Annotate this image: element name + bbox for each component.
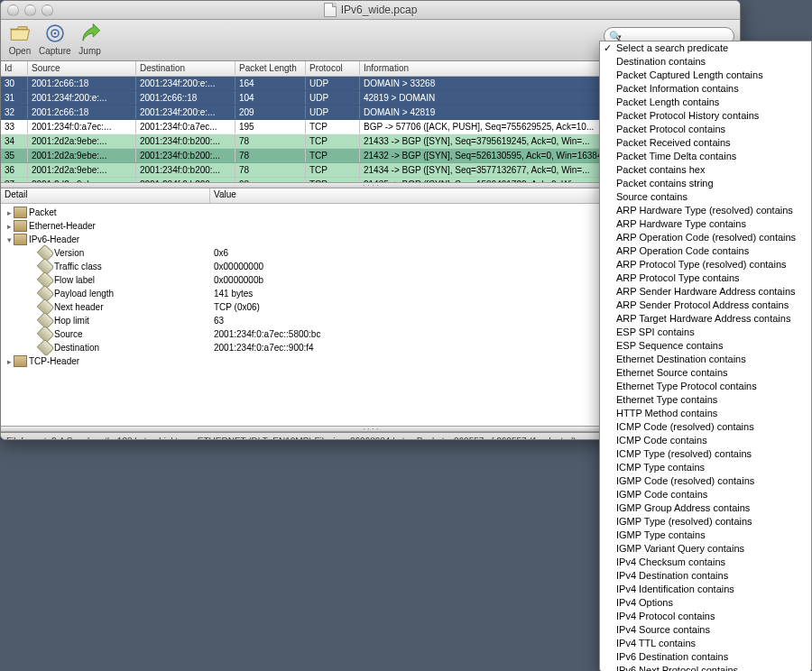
traffic-lights [7, 5, 53, 16]
open-button[interactable]: Open [6, 21, 33, 56]
predicate-item[interactable]: ESP Sequence contains [600, 339, 811, 353]
predicate-item[interactable]: IPv6 Destination contains [600, 650, 811, 664]
predicate-item[interactable]: ICMP Type (resolved) contains [600, 447, 811, 461]
predicate-item[interactable]: IPv6 Next Protocol contains [600, 664, 811, 671]
cell: 36 [1, 163, 28, 177]
predicate-item[interactable]: Ethernet Type contains [600, 393, 811, 407]
cell: 78 [235, 149, 306, 162]
cell: 2001:2c66::18 [28, 106, 136, 119]
predicate-item-selected[interactable]: Select a search predicate [600, 41, 811, 55]
cell: UDP [306, 77, 360, 90]
predicate-item[interactable]: Ethernet Source contains [600, 366, 811, 380]
tree-label: Traffic class [54, 262, 102, 271]
predicate-item[interactable]: Packet Protocol contains [600, 123, 811, 136]
predicate-item[interactable]: IPv4 Options [600, 596, 811, 610]
tree-label: Packet [29, 207, 57, 217]
disclosure-arrow-icon[interactable]: ▾ [5, 235, 14, 244]
disclosure-arrow-icon[interactable]: ▸ [5, 222, 14, 231]
capture-button[interactable]: Capture [39, 21, 71, 56]
cell: 2001:234f:0:a7ec... [136, 120, 235, 133]
predicate-item[interactable]: IGMP Code (resolved) contains [600, 474, 811, 488]
predicate-item[interactable]: HTTP Method contains [600, 407, 811, 420]
tree-value: 2001:234f:0:a7ec::5800:bc [214, 329, 320, 339]
col-destination[interactable]: Destination [136, 61, 235, 75]
predicate-item[interactable]: Source contains [600, 190, 811, 204]
predicate-item[interactable]: IGMP Type (resolved) contains [600, 515, 811, 529]
predicate-item[interactable]: ESP SPI contains [600, 326, 811, 339]
predicate-item[interactable]: ARP Hardware Type (resolved) contains [600, 204, 811, 217]
predicate-item[interactable]: Packet Protocol History contains [600, 109, 811, 123]
predicate-item[interactable]: ARP Target Hardware Address contains [600, 312, 811, 326]
predicate-item[interactable]: Packet Captured Length contains [600, 69, 811, 82]
predicate-item[interactable]: ARP Sender Hardware Address contains [600, 285, 811, 299]
jump-button[interactable]: Jump [77, 21, 104, 56]
cell: TCP [306, 163, 360, 177]
predicate-item[interactable]: IGMP Variant Query contains [600, 542, 811, 556]
package-icon [14, 234, 27, 245]
col-source[interactable]: Source [28, 61, 136, 75]
predicate-item[interactable]: IPv4 Protocol contains [600, 610, 811, 623]
status-text: Fileformat: 2.4 Snaplength: 128 bytes Li… [6, 437, 577, 441]
cell: 78 [235, 163, 306, 177]
predicate-item[interactable]: Ethernet Destination contains [600, 353, 811, 366]
close-window-button[interactable] [7, 5, 19, 16]
tree-value: 0x00000000 [214, 262, 263, 271]
predicate-item[interactable]: ICMP Code contains [600, 434, 811, 447]
predicate-item[interactable]: IPv4 Identification contains [600, 583, 811, 596]
predicate-item[interactable]: Packet contains hex [600, 163, 811, 177]
minimize-window-button[interactable] [24, 5, 36, 16]
tree-label: Payload length [54, 289, 114, 299]
cell: 2001:2d2a:9ebe:... [28, 134, 136, 148]
cell: 34 [1, 134, 28, 148]
predicate-item[interactable]: Packet Length contains [600, 96, 811, 109]
predicate-item[interactable]: ARP Protocol Type (resolved) contains [600, 258, 811, 271]
predicate-item[interactable]: IPv4 TTL contains [600, 637, 811, 650]
predicate-item[interactable]: Packet Information contains [600, 82, 811, 96]
predicate-item[interactable]: IPv4 Checksum contains [600, 556, 811, 569]
cell: 31 [1, 91, 28, 105]
zoom-window-button[interactable] [42, 5, 53, 16]
predicate-item[interactable]: ARP Sender Protocol Address contains [600, 299, 811, 312]
predicate-item[interactable]: ARP Hardware Type contains [600, 217, 811, 231]
predicate-item[interactable]: IGMP Code contains [600, 488, 811, 501]
predicate-item[interactable]: ARP Operation Code contains [600, 244, 811, 258]
cell: TCP [306, 120, 360, 133]
cell: 2001:234f:0:a7ec:... [28, 120, 136, 133]
predicate-item[interactable]: ICMP Code (resolved) contains [600, 420, 811, 434]
cell: 2001:234f:200:e:... [136, 77, 235, 90]
col-protocol[interactable]: Protocol [306, 61, 360, 75]
cell: 32 [1, 106, 28, 119]
tree-label: Hop limit [54, 316, 89, 326]
tree-value: 141 bytes [214, 289, 253, 299]
cell: 209 [235, 106, 306, 119]
disclosure-arrow-icon[interactable]: ▸ [5, 208, 14, 217]
cell: 2001:2c66::18 [28, 77, 136, 90]
package-icon [14, 207, 27, 218]
predicate-item[interactable]: Destination contains [600, 55, 811, 69]
predicate-item[interactable]: Packet contains string [600, 177, 811, 190]
predicate-item[interactable]: ARP Protocol Type contains [600, 271, 811, 285]
col-packet-length[interactable]: Packet Length [235, 61, 306, 75]
predicate-item[interactable]: IGMP Group Address contains [600, 501, 811, 515]
cell: 33 [1, 120, 28, 133]
predicate-item[interactable]: IPv4 Source contains [600, 623, 811, 637]
predicate-item[interactable]: IPv4 Destination contains [600, 569, 811, 583]
search-predicate-menu[interactable]: Select a search predicateDestination con… [599, 41, 812, 671]
disclosure-arrow-icon[interactable]: ▸ [5, 357, 14, 366]
tree-value: 63 [214, 316, 224, 326]
document-icon [324, 3, 337, 17]
predicate-item[interactable]: ARP Operation Code (resolved) contains [600, 231, 811, 244]
predicate-item[interactable]: Ethernet Type Protocol contains [600, 380, 811, 393]
predicate-item[interactable]: ICMP Type contains [600, 461, 811, 474]
cell: 30 [1, 77, 28, 90]
predicate-item[interactable]: Packet Received contains [600, 136, 811, 150]
predicate-item[interactable]: IGMP Type contains [600, 529, 811, 542]
jump-arrow-icon [77, 21, 104, 46]
tree-label: TCP-Header [29, 356, 79, 366]
predicate-item[interactable]: Packet Time Delta contains [600, 150, 811, 163]
detail-col-key[interactable]: Detail [1, 188, 210, 203]
tree-label: Flow label [54, 275, 95, 285]
col-id[interactable]: Id [1, 61, 28, 75]
cell: 2001:2d2a:9ebe:... [28, 149, 136, 162]
cell: TCP [306, 134, 360, 148]
